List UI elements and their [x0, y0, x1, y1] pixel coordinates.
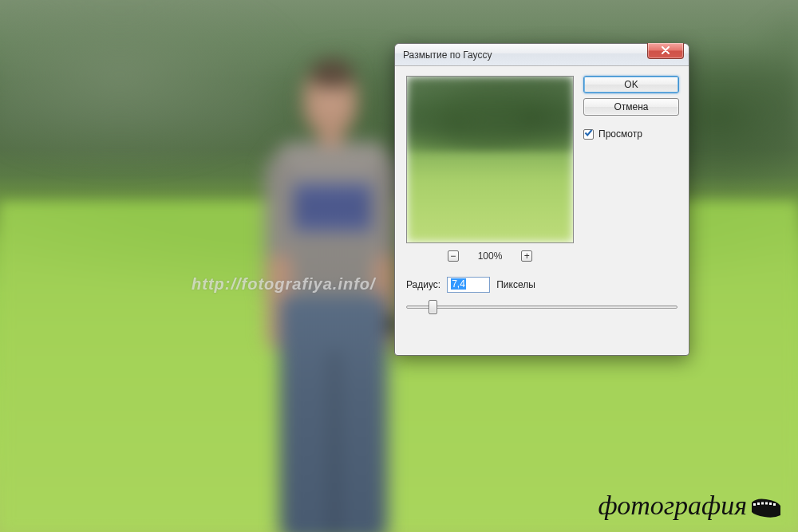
background-person [247, 64, 407, 532]
cancel-button[interactable]: Отмена [583, 98, 679, 116]
ok-button[interactable]: OK [583, 76, 679, 93]
radius-label: Радиус: [406, 279, 440, 290]
slider-thumb[interactable] [429, 300, 437, 314]
radius-slider[interactable] [406, 299, 678, 315]
radius-unit: Пикселы [496, 279, 535, 290]
close-button[interactable] [647, 43, 684, 59]
close-icon [661, 45, 670, 57]
preview-area[interactable] [406, 76, 574, 243]
check-icon [584, 128, 593, 140]
zoom-out-button[interactable]: − [448, 250, 459, 262]
radius-input[interactable]: 7,4 [447, 277, 490, 293]
svg-rect-2 [761, 502, 764, 505]
gaussian-blur-dialog: Размытие по Гауссу − 100% + [394, 43, 689, 356]
dialog-buttons: OK Отмена Просмотр [583, 76, 679, 140]
zoom-controls: − 100% + [406, 248, 574, 264]
radius-value: 7,4 [451, 278, 466, 290]
svg-rect-0 [753, 503, 756, 506]
film-icon [750, 495, 782, 517]
dialog-titlebar[interactable]: Размытие по Гауссу [395, 44, 689, 66]
background-photo: http://fotografiya.info/ фотография.инфо… [0, 0, 798, 532]
svg-rect-4 [769, 502, 772, 505]
radius-row: Радиус: 7,4 Пикселы [406, 277, 535, 293]
zoom-percent: 100% [478, 250, 503, 262]
slider-track [406, 305, 678, 309]
dialog-title: Размытие по Гауссу [403, 49, 492, 61]
site-logo: фотография [598, 491, 782, 521]
svg-rect-5 [773, 503, 776, 506]
ok-label: OK [624, 79, 638, 90]
minus-icon: − [450, 251, 456, 261]
dialog-body: − 100% + OK Отмена [395, 66, 689, 355]
cancel-label: Отмена [614, 101, 648, 112]
plus-icon: + [524, 251, 530, 261]
preview-label: Просмотр [598, 128, 642, 140]
svg-rect-3 [765, 502, 768, 505]
preview-row: Просмотр [583, 128, 679, 140]
zoom-in-button[interactable]: + [521, 250, 532, 262]
preview-checkbox[interactable] [583, 129, 594, 140]
logo-text: фотография [598, 491, 747, 521]
svg-rect-1 [757, 502, 760, 505]
